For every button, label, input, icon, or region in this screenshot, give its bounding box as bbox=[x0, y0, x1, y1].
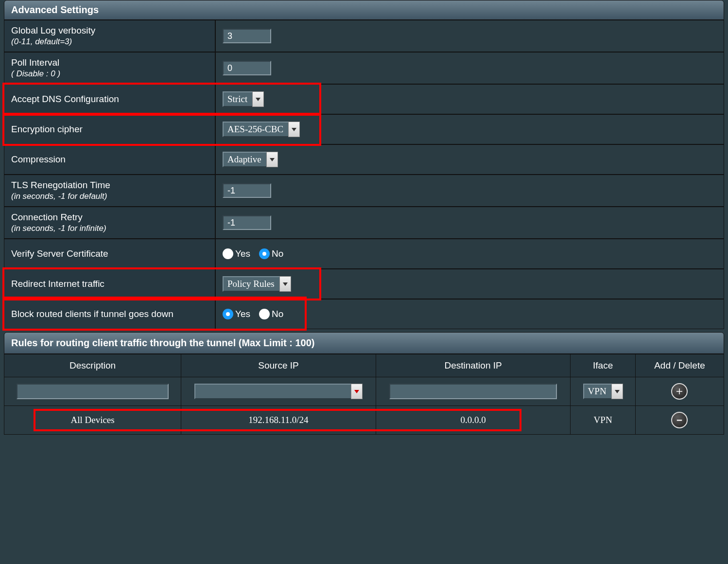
value-redirect-traffic: Policy Rules bbox=[215, 269, 724, 299]
input-poll-interval[interactable] bbox=[223, 61, 271, 75]
label-sub: (0-11, default=3) bbox=[11, 37, 72, 47]
radio-row-verify-cert: Yes No bbox=[223, 248, 283, 259]
col-description: Description bbox=[4, 354, 181, 377]
add-rule-button[interactable] bbox=[671, 383, 688, 400]
label-encryption-cipher: Encryption cipher bbox=[4, 114, 215, 144]
label-text: Connection Retry bbox=[11, 212, 83, 223]
svg-rect-0 bbox=[677, 420, 682, 421]
label-sub: ( Disable : 0 ) bbox=[11, 69, 60, 79]
rules-input-row: VPN bbox=[4, 377, 724, 406]
value-block-routed: Yes No bbox=[215, 299, 724, 329]
advanced-settings-header: Advanced Settings bbox=[4, 0, 724, 20]
select-text bbox=[194, 384, 350, 399]
radio-label: Yes bbox=[235, 248, 250, 259]
radio-label: No bbox=[272, 309, 283, 319]
input-rule-description[interactable] bbox=[17, 384, 168, 399]
select-text: VPN bbox=[583, 384, 611, 399]
radio-icon bbox=[259, 248, 270, 259]
label-compression: Compression bbox=[4, 144, 215, 175]
select-compression[interactable]: Adaptive bbox=[223, 152, 278, 167]
select-text: Adaptive bbox=[223, 152, 266, 167]
radio-block-no[interactable]: No bbox=[259, 309, 283, 319]
rules-data-row: All Devices 192.168.11.0/24 0.0.0.0 VPN bbox=[4, 406, 724, 435]
select-text: AES-256-CBC bbox=[223, 122, 288, 137]
value-verify-cert: Yes No bbox=[215, 239, 724, 269]
rule-description: All Devices bbox=[4, 406, 181, 435]
label-text: Verify Server Certificate bbox=[11, 248, 108, 259]
label-log-verbosity: Global Log verbosity (0-11, default=3) bbox=[4, 20, 215, 52]
radio-icon bbox=[223, 309, 233, 319]
select-rule-iface[interactable]: VPN bbox=[583, 384, 623, 399]
rules-table: Description Source IP Destination IP Ifa… bbox=[4, 354, 724, 435]
value-encryption-cipher: AES-256-CBC bbox=[215, 114, 724, 144]
value-poll-interval bbox=[215, 52, 724, 84]
label-conn-retry: Connection Retry (in seconds, -1 for inf… bbox=[4, 207, 215, 239]
label-text: Compression bbox=[11, 154, 66, 165]
select-redirect-traffic[interactable]: Policy Rules bbox=[223, 276, 291, 292]
label-accept-dns: Accept DNS Configuration bbox=[4, 84, 215, 114]
chevron-down-icon bbox=[279, 276, 291, 292]
radio-verify-yes[interactable]: Yes bbox=[223, 248, 250, 259]
chevron-down-icon bbox=[252, 91, 264, 107]
radio-label: No bbox=[272, 248, 283, 259]
col-add-delete: Add / Delete bbox=[635, 354, 724, 377]
input-rule-dest-ip[interactable] bbox=[389, 384, 557, 399]
radio-icon bbox=[259, 309, 270, 319]
plus-icon bbox=[675, 387, 684, 396]
col-iface: Iface bbox=[571, 354, 636, 377]
col-source-ip: Source IP bbox=[181, 354, 376, 377]
label-verify-cert: Verify Server Certificate bbox=[4, 239, 215, 269]
radio-icon bbox=[223, 248, 233, 259]
label-tls-reneg: TLS Renegotiation Time (in seconds, -1 f… bbox=[4, 175, 215, 207]
value-accept-dns: Strict bbox=[215, 84, 724, 114]
select-text: Strict bbox=[223, 91, 252, 107]
rule-iface: VPN bbox=[571, 406, 636, 435]
label-block-routed: Block routed clients if tunnel goes down bbox=[4, 299, 215, 329]
value-compression: Adaptive bbox=[215, 144, 724, 175]
input-log-verbosity[interactable] bbox=[223, 29, 271, 43]
rule-source-ip: 192.168.11.0/24 bbox=[181, 406, 376, 435]
label-sub: (in seconds, -1 for infinite) bbox=[11, 224, 106, 233]
radio-row-block-routed: Yes No bbox=[223, 309, 283, 319]
label-redirect-traffic: Redirect Internet traffic bbox=[4, 269, 215, 299]
radio-verify-no[interactable]: No bbox=[259, 248, 283, 259]
label-text: Global Log verbosity bbox=[11, 25, 95, 36]
minus-icon bbox=[675, 416, 684, 424]
select-rule-source-ip[interactable] bbox=[194, 384, 362, 399]
advanced-settings-grid: Global Log verbosity (0-11, default=3) P… bbox=[4, 20, 724, 329]
label-text: Redirect Internet traffic bbox=[11, 279, 104, 289]
label-text: TLS Renegotiation Time bbox=[11, 180, 110, 191]
value-tls-reneg bbox=[215, 175, 724, 207]
col-dest-ip: Destination IP bbox=[376, 354, 571, 377]
select-text: Policy Rules bbox=[223, 276, 279, 292]
input-tls-reneg[interactable] bbox=[223, 183, 271, 198]
settings-container: Advanced Settings Global Log verbosity (… bbox=[0, 0, 728, 439]
value-log-verbosity bbox=[215, 20, 724, 52]
chevron-down-icon bbox=[288, 122, 300, 137]
radio-block-yes[interactable]: Yes bbox=[223, 309, 250, 319]
label-text: Accept DNS Configuration bbox=[11, 94, 119, 105]
label-text: Block routed clients if tunnel goes down bbox=[11, 309, 173, 319]
input-conn-retry[interactable] bbox=[223, 215, 271, 230]
chevron-down-icon bbox=[611, 384, 623, 399]
radio-label: Yes bbox=[235, 309, 250, 319]
label-text: Poll Interval bbox=[11, 57, 59, 68]
rules-section-header: Rules for routing client traffic through… bbox=[4, 332, 724, 354]
select-accept-dns[interactable]: Strict bbox=[223, 91, 264, 107]
value-conn-retry bbox=[215, 207, 724, 239]
delete-rule-button[interactable] bbox=[671, 412, 688, 428]
rule-dest-ip: 0.0.0.0 bbox=[376, 406, 571, 435]
rules-header-row: Description Source IP Destination IP Ifa… bbox=[4, 354, 724, 377]
label-poll-interval: Poll Interval ( Disable : 0 ) bbox=[4, 52, 215, 84]
chevron-down-icon bbox=[351, 384, 363, 399]
chevron-down-icon bbox=[266, 152, 278, 167]
label-sub: (in seconds, -1 for default) bbox=[11, 192, 107, 201]
select-encryption-cipher[interactable]: AES-256-CBC bbox=[223, 122, 300, 137]
label-text: Encryption cipher bbox=[11, 124, 83, 135]
